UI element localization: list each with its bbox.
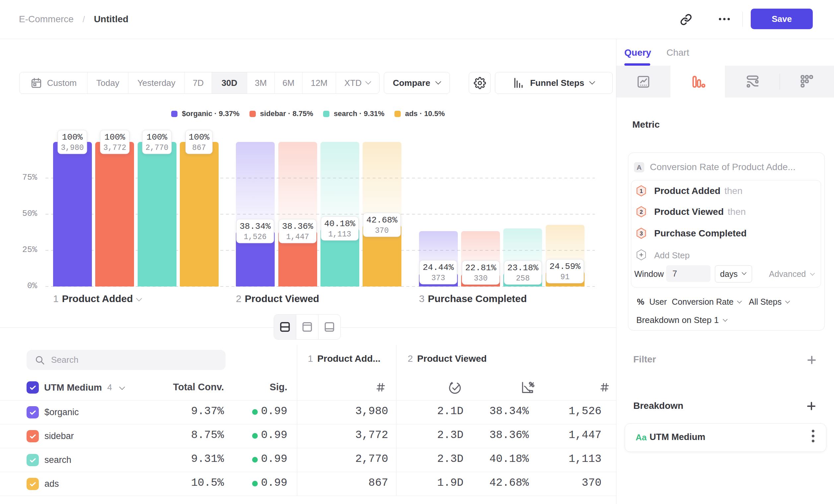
svg-text:2: 2 (640, 209, 642, 215)
svg-text:3: 3 (640, 230, 642, 237)
svg-text:1: 1 (640, 188, 642, 194)
